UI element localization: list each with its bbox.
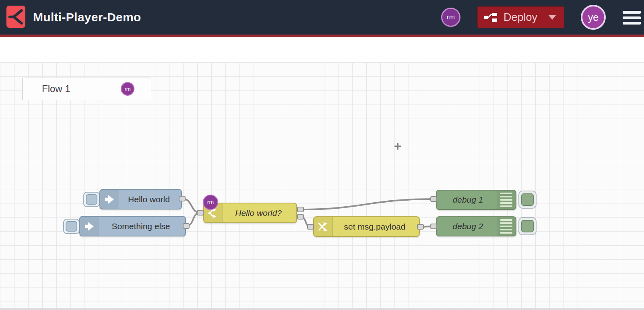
change-icon-zone: [314, 217, 333, 236]
inject-arrow-icon: [104, 194, 115, 205]
node-label: Hello world?: [223, 203, 294, 222]
node-label: set msg.payload: [333, 217, 417, 236]
change-input-port[interactable]: [307, 224, 314, 230]
node-change-set-payload[interactable]: set msg.payload: [313, 216, 420, 237]
header-bar: Multi-Player-Demo rm Deploy ye: [0, 0, 644, 35]
node-debug1[interactable]: debug 1: [436, 190, 516, 210]
inject1-output-port[interactable]: [179, 196, 186, 201]
deploy-button[interactable]: Deploy: [477, 6, 564, 28]
collaborator-avatar[interactable]: rm: [441, 8, 460, 27]
debug-icon-zone: [497, 217, 516, 236]
change-output-port[interactable]: [417, 224, 424, 230]
node-label: debug 1: [439, 191, 497, 209]
node-label: debug 2: [439, 217, 497, 236]
debug1-toggle-button[interactable]: [518, 191, 537, 209]
debug-console-icon: [500, 219, 512, 234]
inject1-trigger-inner: [86, 194, 97, 205]
main-menu-icon[interactable]: [623, 11, 641, 25]
debug-icon-zone: [497, 191, 516, 209]
node-debug2[interactable]: debug 2: [436, 216, 516, 236]
tab-flow1-collaborator-badge: rm: [121, 82, 134, 96]
debug2-toggle-inner: [521, 220, 534, 232]
tab-flow1[interactable]: Flow 1 rm: [22, 78, 150, 100]
debug1-toggle-inner: [521, 193, 534, 206]
inject2-trigger-inner: [66, 221, 77, 232]
debug2-input-port[interactable]: [430, 224, 437, 229]
deploy-caret-icon[interactable]: [549, 15, 556, 20]
canvas-bottom-strip: [0, 308, 644, 310]
inject2-trigger-button[interactable]: [63, 219, 80, 234]
node-label: Hello world: [119, 190, 179, 209]
switch-output-port-1[interactable]: [297, 207, 304, 212]
switch-output-port-2[interactable]: [297, 214, 304, 220]
node-switch-hello-world[interactable]: Hello world?: [203, 203, 297, 223]
logo-chevron-icon: [8, 8, 24, 26]
deploy-node-icon: [484, 12, 498, 23]
debug2-toggle-button[interactable]: [518, 217, 537, 235]
inject2-output-port[interactable]: [183, 223, 190, 229]
wire-switch-debug1[interactable]: [301, 199, 433, 209]
switch-collaborator-badge: rm: [203, 195, 218, 210]
change-swap-icon: [318, 221, 329, 232]
switch-input-port[interactable]: [197, 210, 204, 216]
cursor-crosshair-icon: [394, 143, 401, 150]
node-inject-something-else[interactable]: Something else: [79, 216, 186, 236]
node-label: Something else: [99, 217, 183, 236]
debug1-input-port[interactable]: [430, 196, 437, 202]
inject-icon-zone: [80, 217, 99, 236]
node-inject-hello-world[interactable]: Hello world: [99, 189, 182, 209]
app-logo-icon[interactable]: [6, 6, 25, 28]
deploy-label: Deploy: [504, 11, 537, 24]
inject-arrow-icon: [84, 221, 95, 232]
page-title: Multi-Player-Demo: [33, 0, 141, 35]
tab-flow1-label: Flow 1: [42, 83, 70, 94]
debug-console-icon: [500, 193, 512, 207]
inject-icon-zone: [100, 190, 119, 209]
flow-tabbar: Flow 1 rm Flow 2 +: [0, 37, 644, 62]
inject1-trigger-button[interactable]: [83, 192, 100, 207]
user-avatar[interactable]: ye: [581, 5, 606, 30]
